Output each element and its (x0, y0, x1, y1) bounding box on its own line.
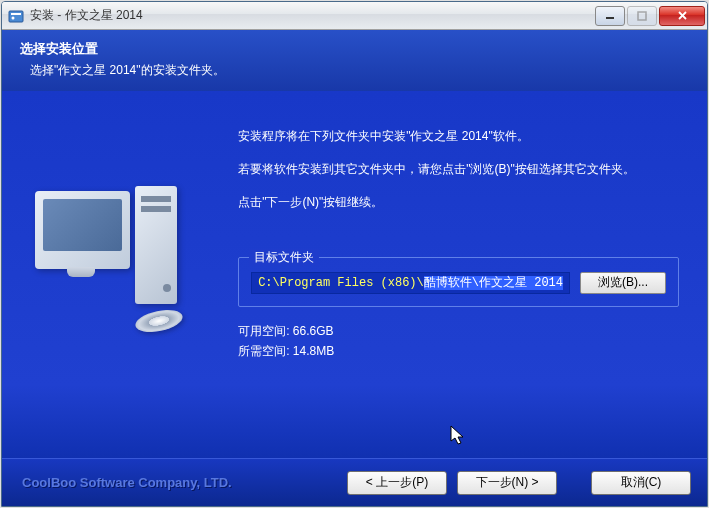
installer-window: 安装 - 作文之星 2014 选择安装位置 选择"作文之星 2014"的安装文件… (1, 1, 708, 507)
wizard-body: 安装程序将在下列文件夹中安装"作文之星 2014"软件。 若要将软件安装到其它文… (2, 91, 707, 458)
back-button[interactable]: < 上一步(P) (347, 471, 447, 495)
install-path-input[interactable]: C:\Program Files (x86)\酷博软件\作文之星 2014 (251, 272, 570, 294)
minimize-button[interactable] (595, 6, 625, 26)
path-selected: 酷博软件\作文之星 2014 (424, 276, 563, 290)
browse-button[interactable]: 浏览(B)... (580, 272, 666, 294)
required-space: 所需空间: 14.8MB (238, 341, 679, 361)
titlebar-text: 安装 - 作文之星 2014 (30, 7, 593, 24)
cancel-button[interactable]: 取消(C) (591, 471, 691, 495)
sidebar (2, 91, 228, 458)
content-area: 安装程序将在下列文件夹中安装"作文之星 2014"软件。 若要将软件安装到其它文… (228, 91, 707, 458)
available-space: 可用空间: 66.6GB (238, 321, 679, 341)
path-row: C:\Program Files (x86)\酷博软件\作文之星 2014 浏览… (251, 272, 666, 294)
path-prefix: C:\Program Files (x86)\ (258, 276, 424, 290)
svg-point-2 (12, 16, 15, 19)
wizard-header: 选择安装位置 选择"作文之星 2014"的安装文件夹。 (2, 30, 707, 91)
fieldset-legend: 目标文件夹 (249, 249, 319, 266)
page-title: 选择安装位置 (20, 40, 689, 58)
close-icon (677, 10, 688, 21)
app-icon (8, 8, 24, 24)
instruction-line-2: 若要将软件安装到其它文件夹中，请您点击"浏览(B)"按钮选择其它文件夹。 (238, 160, 679, 179)
maximize-button (627, 6, 657, 26)
minimize-icon (605, 11, 615, 21)
titlebar: 安装 - 作文之星 2014 (2, 2, 707, 30)
instruction-line-1: 安装程序将在下列文件夹中安装"作文之星 2014"软件。 (238, 127, 679, 146)
instruction-line-3: 点击"下一步(N)"按钮继续。 (238, 193, 679, 212)
svg-rect-1 (11, 13, 21, 15)
svg-rect-0 (9, 11, 23, 22)
space-info: 可用空间: 66.6GB 所需空间: 14.8MB (238, 321, 679, 362)
destination-fieldset: 目标文件夹 C:\Program Files (x86)\酷博软件\作文之星 2… (238, 257, 679, 307)
page-subtitle: 选择"作文之星 2014"的安装文件夹。 (20, 62, 689, 79)
next-button[interactable]: 下一步(N) > (457, 471, 557, 495)
computer-illustration (25, 181, 205, 361)
brand-text: CoolBoo Software Company, LTD. (22, 475, 337, 490)
close-button[interactable] (659, 6, 705, 26)
svg-rect-4 (638, 12, 646, 20)
window-controls (593, 6, 705, 26)
wizard-footer: CoolBoo Software Company, LTD. < 上一步(P) … (2, 458, 707, 506)
maximize-icon (637, 11, 647, 21)
